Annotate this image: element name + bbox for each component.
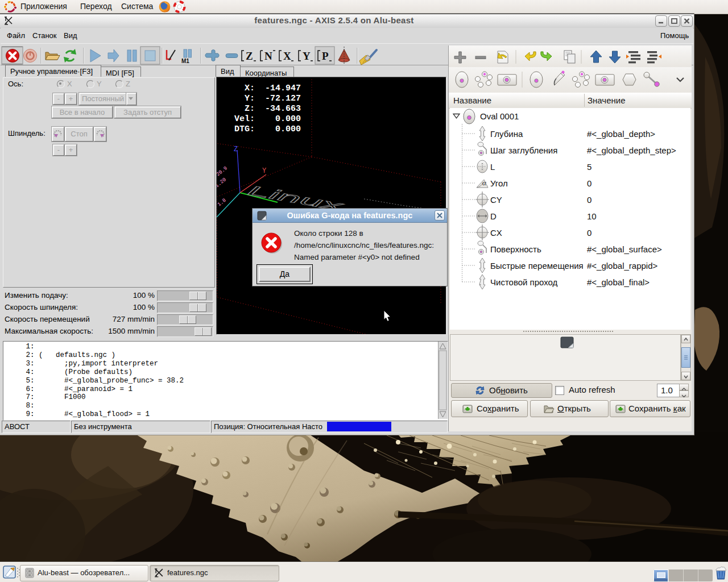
svg-text:N: N xyxy=(264,50,272,62)
svg-text:Z: Z xyxy=(246,50,253,62)
svg-text:1.8: 1.8 xyxy=(217,198,228,208)
svg-text:X: X xyxy=(283,50,291,62)
svg-text:0.000: 0.000 xyxy=(275,114,301,124)
svg-text:-34.663: -34.663 xyxy=(265,104,301,114)
svg-text:Vel:: Vel: xyxy=(234,114,255,124)
svg-text:Z: Z xyxy=(234,146,238,153)
svg-text:DTG:: DTG: xyxy=(234,124,255,134)
svg-text:X:: X: xyxy=(245,84,255,93)
svg-text:0.000: 0.000 xyxy=(275,124,301,134)
svg-text:Z:: Z: xyxy=(245,104,255,114)
svg-text:M1: M1 xyxy=(181,58,189,64)
svg-text:1.20: 1.20 xyxy=(217,177,228,189)
svg-text:α: α xyxy=(482,178,487,187)
svg-text:Y: Y xyxy=(303,50,311,62)
svg-text:-14.947: -14.947 xyxy=(265,84,301,93)
svg-text:20.9: 20.9 xyxy=(217,165,229,177)
svg-text:Y: Y xyxy=(262,167,266,175)
svg-text:P: P xyxy=(322,50,329,62)
svg-text:-72.127: -72.127 xyxy=(265,94,301,103)
svg-text:Y:: Y: xyxy=(245,94,255,103)
